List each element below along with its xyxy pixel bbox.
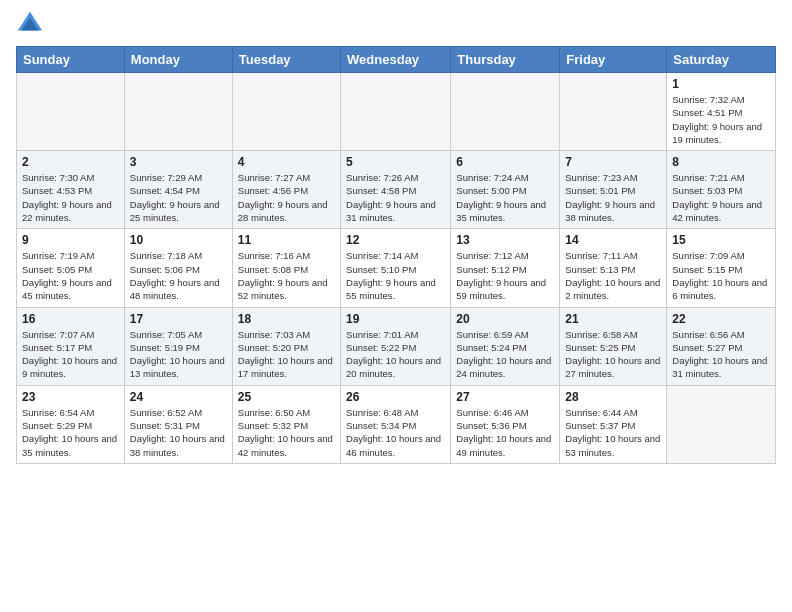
calendar-cell: 8Sunrise: 7:21 AM Sunset: 5:03 PM Daylig…: [667, 151, 776, 229]
calendar-cell: 26Sunrise: 6:48 AM Sunset: 5:34 PM Dayli…: [341, 385, 451, 463]
day-number: 18: [238, 312, 335, 326]
day-number: 3: [130, 155, 227, 169]
day-number: 26: [346, 390, 445, 404]
day-number: 2: [22, 155, 119, 169]
day-number: 4: [238, 155, 335, 169]
calendar-cell: 9Sunrise: 7:19 AM Sunset: 5:05 PM Daylig…: [17, 229, 125, 307]
day-info: Sunrise: 7:18 AM Sunset: 5:06 PM Dayligh…: [130, 249, 227, 302]
calendar-cell: 25Sunrise: 6:50 AM Sunset: 5:32 PM Dayli…: [232, 385, 340, 463]
day-number: 20: [456, 312, 554, 326]
day-number: 8: [672, 155, 770, 169]
weekday-header-friday: Friday: [560, 47, 667, 73]
day-info: Sunrise: 7:27 AM Sunset: 4:56 PM Dayligh…: [238, 171, 335, 224]
calendar-cell: 10Sunrise: 7:18 AM Sunset: 5:06 PM Dayli…: [124, 229, 232, 307]
logo: [16, 10, 48, 38]
calendar-cell: 20Sunrise: 6:59 AM Sunset: 5:24 PM Dayli…: [451, 307, 560, 385]
day-number: 11: [238, 233, 335, 247]
logo-icon: [16, 10, 44, 38]
day-info: Sunrise: 7:32 AM Sunset: 4:51 PM Dayligh…: [672, 93, 770, 146]
calendar-cell: 19Sunrise: 7:01 AM Sunset: 5:22 PM Dayli…: [341, 307, 451, 385]
page: SundayMondayTuesdayWednesdayThursdayFrid…: [0, 0, 792, 480]
day-number: 19: [346, 312, 445, 326]
day-number: 7: [565, 155, 661, 169]
day-info: Sunrise: 7:07 AM Sunset: 5:17 PM Dayligh…: [22, 328, 119, 381]
day-number: 17: [130, 312, 227, 326]
calendar-cell: [17, 73, 125, 151]
day-info: Sunrise: 7:26 AM Sunset: 4:58 PM Dayligh…: [346, 171, 445, 224]
calendar-cell: 15Sunrise: 7:09 AM Sunset: 5:15 PM Dayli…: [667, 229, 776, 307]
day-info: Sunrise: 7:23 AM Sunset: 5:01 PM Dayligh…: [565, 171, 661, 224]
day-info: Sunrise: 7:21 AM Sunset: 5:03 PM Dayligh…: [672, 171, 770, 224]
day-info: Sunrise: 6:58 AM Sunset: 5:25 PM Dayligh…: [565, 328, 661, 381]
calendar-cell: 17Sunrise: 7:05 AM Sunset: 5:19 PM Dayli…: [124, 307, 232, 385]
calendar-cell: 18Sunrise: 7:03 AM Sunset: 5:20 PM Dayli…: [232, 307, 340, 385]
day-number: 23: [22, 390, 119, 404]
weekday-header-monday: Monday: [124, 47, 232, 73]
calendar-cell: 5Sunrise: 7:26 AM Sunset: 4:58 PM Daylig…: [341, 151, 451, 229]
day-number: 10: [130, 233, 227, 247]
day-info: Sunrise: 7:30 AM Sunset: 4:53 PM Dayligh…: [22, 171, 119, 224]
day-info: Sunrise: 6:52 AM Sunset: 5:31 PM Dayligh…: [130, 406, 227, 459]
calendar-cell: [667, 385, 776, 463]
calendar-cell: 28Sunrise: 6:44 AM Sunset: 5:37 PM Dayli…: [560, 385, 667, 463]
calendar-cell: [232, 73, 340, 151]
weekday-header-row: SundayMondayTuesdayWednesdayThursdayFrid…: [17, 47, 776, 73]
calendar-cell: [451, 73, 560, 151]
day-number: 9: [22, 233, 119, 247]
day-number: 1: [672, 77, 770, 91]
calendar-cell: 4Sunrise: 7:27 AM Sunset: 4:56 PM Daylig…: [232, 151, 340, 229]
day-info: Sunrise: 7:24 AM Sunset: 5:00 PM Dayligh…: [456, 171, 554, 224]
calendar-cell: 27Sunrise: 6:46 AM Sunset: 5:36 PM Dayli…: [451, 385, 560, 463]
day-number: 25: [238, 390, 335, 404]
calendar-cell: 1Sunrise: 7:32 AM Sunset: 4:51 PM Daylig…: [667, 73, 776, 151]
day-info: Sunrise: 6:46 AM Sunset: 5:36 PM Dayligh…: [456, 406, 554, 459]
day-info: Sunrise: 7:14 AM Sunset: 5:10 PM Dayligh…: [346, 249, 445, 302]
week-row-1: 2Sunrise: 7:30 AM Sunset: 4:53 PM Daylig…: [17, 151, 776, 229]
calendar-cell: 23Sunrise: 6:54 AM Sunset: 5:29 PM Dayli…: [17, 385, 125, 463]
day-number: 16: [22, 312, 119, 326]
day-number: 24: [130, 390, 227, 404]
calendar-cell: 3Sunrise: 7:29 AM Sunset: 4:54 PM Daylig…: [124, 151, 232, 229]
day-number: 14: [565, 233, 661, 247]
week-row-2: 9Sunrise: 7:19 AM Sunset: 5:05 PM Daylig…: [17, 229, 776, 307]
day-number: 21: [565, 312, 661, 326]
calendar-cell: 2Sunrise: 7:30 AM Sunset: 4:53 PM Daylig…: [17, 151, 125, 229]
calendar-cell: [560, 73, 667, 151]
day-info: Sunrise: 6:59 AM Sunset: 5:24 PM Dayligh…: [456, 328, 554, 381]
day-info: Sunrise: 6:48 AM Sunset: 5:34 PM Dayligh…: [346, 406, 445, 459]
calendar-cell: 11Sunrise: 7:16 AM Sunset: 5:08 PM Dayli…: [232, 229, 340, 307]
day-info: Sunrise: 7:11 AM Sunset: 5:13 PM Dayligh…: [565, 249, 661, 302]
calendar-cell: [124, 73, 232, 151]
calendar-cell: 13Sunrise: 7:12 AM Sunset: 5:12 PM Dayli…: [451, 229, 560, 307]
weekday-header-tuesday: Tuesday: [232, 47, 340, 73]
day-info: Sunrise: 6:54 AM Sunset: 5:29 PM Dayligh…: [22, 406, 119, 459]
weekday-header-sunday: Sunday: [17, 47, 125, 73]
calendar-cell: 16Sunrise: 7:07 AM Sunset: 5:17 PM Dayli…: [17, 307, 125, 385]
day-info: Sunrise: 7:12 AM Sunset: 5:12 PM Dayligh…: [456, 249, 554, 302]
day-number: 12: [346, 233, 445, 247]
week-row-3: 16Sunrise: 7:07 AM Sunset: 5:17 PM Dayli…: [17, 307, 776, 385]
day-number: 22: [672, 312, 770, 326]
calendar: SundayMondayTuesdayWednesdayThursdayFrid…: [16, 46, 776, 464]
calendar-cell: [341, 73, 451, 151]
calendar-cell: 7Sunrise: 7:23 AM Sunset: 5:01 PM Daylig…: [560, 151, 667, 229]
day-number: 6: [456, 155, 554, 169]
day-info: Sunrise: 7:16 AM Sunset: 5:08 PM Dayligh…: [238, 249, 335, 302]
calendar-cell: 24Sunrise: 6:52 AM Sunset: 5:31 PM Dayli…: [124, 385, 232, 463]
day-info: Sunrise: 6:50 AM Sunset: 5:32 PM Dayligh…: [238, 406, 335, 459]
day-number: 5: [346, 155, 445, 169]
day-info: Sunrise: 7:05 AM Sunset: 5:19 PM Dayligh…: [130, 328, 227, 381]
calendar-cell: 6Sunrise: 7:24 AM Sunset: 5:00 PM Daylig…: [451, 151, 560, 229]
day-info: Sunrise: 6:44 AM Sunset: 5:37 PM Dayligh…: [565, 406, 661, 459]
weekday-header-wednesday: Wednesday: [341, 47, 451, 73]
header: [16, 10, 776, 38]
day-info: Sunrise: 7:09 AM Sunset: 5:15 PM Dayligh…: [672, 249, 770, 302]
day-info: Sunrise: 7:19 AM Sunset: 5:05 PM Dayligh…: [22, 249, 119, 302]
day-info: Sunrise: 7:29 AM Sunset: 4:54 PM Dayligh…: [130, 171, 227, 224]
day-info: Sunrise: 6:56 AM Sunset: 5:27 PM Dayligh…: [672, 328, 770, 381]
weekday-header-saturday: Saturday: [667, 47, 776, 73]
day-number: 13: [456, 233, 554, 247]
day-info: Sunrise: 7:01 AM Sunset: 5:22 PM Dayligh…: [346, 328, 445, 381]
day-number: 27: [456, 390, 554, 404]
calendar-cell: 12Sunrise: 7:14 AM Sunset: 5:10 PM Dayli…: [341, 229, 451, 307]
